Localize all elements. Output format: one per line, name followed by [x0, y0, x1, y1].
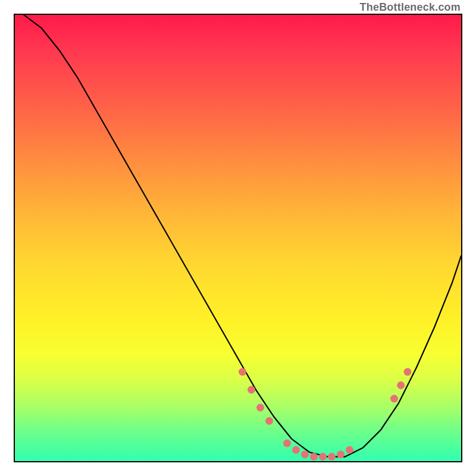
data-marker	[390, 394, 398, 402]
chart-svg	[15, 15, 461, 461]
data-marker	[248, 386, 255, 394]
data-marker	[397, 381, 405, 389]
plot-area	[14, 14, 462, 462]
data-marker	[283, 439, 291, 447]
data-marker	[346, 446, 353, 454]
watermark-text: TheBottleneck.com	[360, 1, 461, 14]
data-marker	[301, 450, 309, 458]
data-marker	[337, 450, 345, 458]
curve-group	[24, 15, 461, 457]
data-marker	[328, 453, 336, 461]
data-marker	[239, 368, 246, 376]
data-marker	[256, 404, 264, 412]
bottleneck-curve	[24, 15, 461, 457]
markers-group	[239, 368, 411, 461]
data-marker	[404, 368, 412, 376]
chart-container: TheBottleneck.com	[0, 0, 476, 476]
data-marker	[310, 453, 318, 461]
data-marker	[265, 417, 273, 425]
data-marker	[319, 453, 327, 461]
data-marker	[292, 446, 300, 454]
